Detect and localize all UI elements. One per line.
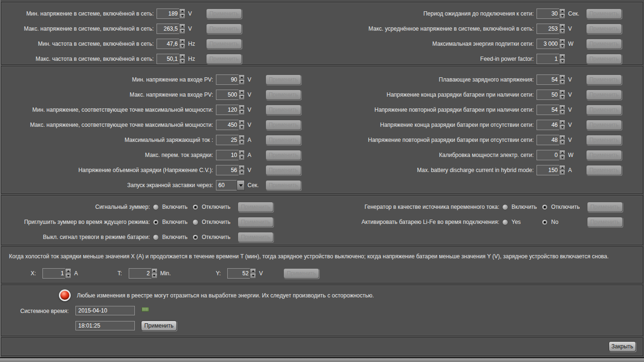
spinner-up-icon[interactable] (559, 150, 565, 155)
number-input[interactable] (537, 165, 559, 175)
spinner-down-icon[interactable] (239, 110, 245, 115)
spinner-up-icon[interactable] (559, 165, 565, 170)
radio-option[interactable]: No (542, 219, 581, 225)
apply-button[interactable]: Применить (586, 135, 622, 145)
apply-time-button[interactable]: Применить (141, 321, 177, 331)
spinner-down-icon[interactable] (151, 273, 157, 279)
spinner-down-icon[interactable] (250, 273, 256, 279)
number-input[interactable] (129, 268, 151, 279)
spinner-up-icon[interactable] (559, 135, 565, 140)
number-input[interactable] (157, 24, 179, 34)
radio-icon[interactable] (502, 219, 508, 225)
spinner-up-icon[interactable] (179, 8, 185, 14)
apply-button[interactable]: Применить (587, 217, 623, 227)
number-input[interactable] (216, 150, 239, 160)
radio-icon[interactable] (192, 219, 198, 225)
spinner-up-icon[interactable] (559, 120, 565, 125)
spinner-down-icon[interactable] (559, 29, 565, 34)
number-input[interactable] (537, 74, 559, 85)
spinner-up-icon[interactable] (65, 268, 71, 273)
number-input[interactable] (216, 74, 239, 85)
apply-button[interactable]: Применить (265, 105, 301, 115)
spinner-up-icon[interactable] (559, 74, 565, 80)
radio-option[interactable]: Yes (502, 219, 542, 225)
apply-button[interactable]: Применить (586, 8, 622, 19)
spinner-up-icon[interactable] (559, 105, 565, 110)
number-input[interactable] (216, 165, 239, 175)
spinner-down-icon[interactable] (559, 80, 565, 85)
radio-option[interactable]: Включить (153, 219, 192, 225)
number-input[interactable] (157, 54, 179, 64)
spinner-up-icon[interactable] (179, 54, 185, 59)
spinner-up-icon[interactable] (239, 165, 245, 170)
spinner-up-icon[interactable] (559, 54, 565, 59)
spinner-up-icon[interactable] (239, 74, 245, 80)
spinner-down-icon[interactable] (239, 155, 245, 160)
number-input[interactable] (537, 8, 559, 19)
spinner-up-icon[interactable] (559, 39, 565, 44)
spinner-down-icon[interactable] (559, 125, 565, 130)
radio-icon[interactable] (192, 204, 198, 210)
radio-option[interactable]: Отключить (192, 219, 232, 225)
apply-button[interactable]: Применить (265, 90, 301, 100)
apply-button[interactable]: Применить (586, 165, 622, 175)
number-input[interactable] (537, 150, 559, 160)
date-input[interactable] (75, 306, 135, 315)
number-input[interactable] (537, 90, 559, 100)
spinner-down-icon[interactable] (179, 59, 185, 64)
spinner-down-icon[interactable] (239, 125, 245, 130)
apply-button[interactable]: Применить (206, 24, 242, 34)
spinner-down-icon[interactable] (559, 59, 565, 64)
apply-button[interactable]: Применить (586, 150, 622, 160)
spinner-up-icon[interactable] (151, 268, 157, 273)
number-input[interactable] (157, 39, 179, 49)
number-input[interactable] (537, 135, 559, 145)
apply-button[interactable]: Применить (586, 105, 622, 115)
spinner-up-icon[interactable] (239, 105, 245, 110)
number-input[interactable] (227, 268, 250, 279)
number-input[interactable] (216, 105, 239, 115)
spinner-down-icon[interactable] (559, 170, 565, 175)
spinner-up-icon[interactable] (239, 120, 245, 125)
apply-button[interactable]: Применить (238, 232, 273, 242)
spinner-up-icon[interactable] (239, 90, 245, 95)
radio-icon[interactable] (542, 204, 548, 210)
spinner-up-icon[interactable] (179, 24, 185, 29)
number-input[interactable] (216, 120, 239, 130)
spinner-down-icon[interactable] (239, 170, 245, 175)
radio-option[interactable]: Включить (153, 234, 192, 240)
radio-icon[interactable] (502, 204, 508, 210)
number-input[interactable] (537, 105, 559, 115)
spinner-down-icon[interactable] (559, 110, 565, 115)
spinner-down-icon[interactable] (179, 14, 185, 19)
spinner-down-icon[interactable] (559, 14, 565, 19)
spinner-up-icon[interactable] (559, 24, 565, 29)
spinner-down-icon[interactable] (559, 155, 565, 160)
apply-button[interactable]: Применить (265, 120, 301, 130)
radio-option[interactable]: Включить (153, 204, 192, 210)
apply-button[interactable]: Применить (586, 39, 622, 49)
number-input[interactable] (537, 39, 559, 49)
calendar-icon[interactable] (141, 307, 149, 314)
apply-button[interactable]: Применить (238, 217, 273, 227)
apply-button[interactable]: Применить (265, 180, 301, 190)
radio-option[interactable]: Включить (502, 204, 542, 210)
number-input[interactable] (216, 135, 239, 145)
spinner-down-icon[interactable] (559, 44, 565, 49)
spinner-down-icon[interactable] (65, 273, 71, 279)
apply-button[interactable]: Применить (265, 74, 301, 85)
apply-button[interactable]: Применить (206, 8, 242, 19)
apply-button[interactable]: Применить (283, 268, 319, 279)
radio-option[interactable]: Отключить (192, 204, 232, 210)
spinner-up-icon[interactable] (179, 39, 185, 44)
spinner-up-icon[interactable] (239, 135, 245, 140)
number-input[interactable] (537, 120, 559, 130)
apply-button[interactable]: Применить (265, 135, 301, 145)
spinner-up-icon[interactable] (239, 150, 245, 155)
apply-button[interactable]: Применить (586, 74, 622, 85)
time-input[interactable] (75, 321, 135, 330)
spinner-up-icon[interactable] (559, 8, 565, 14)
radio-icon[interactable] (153, 219, 159, 225)
apply-button[interactable]: Применить (586, 24, 622, 34)
spinner-down-icon[interactable] (179, 29, 185, 34)
